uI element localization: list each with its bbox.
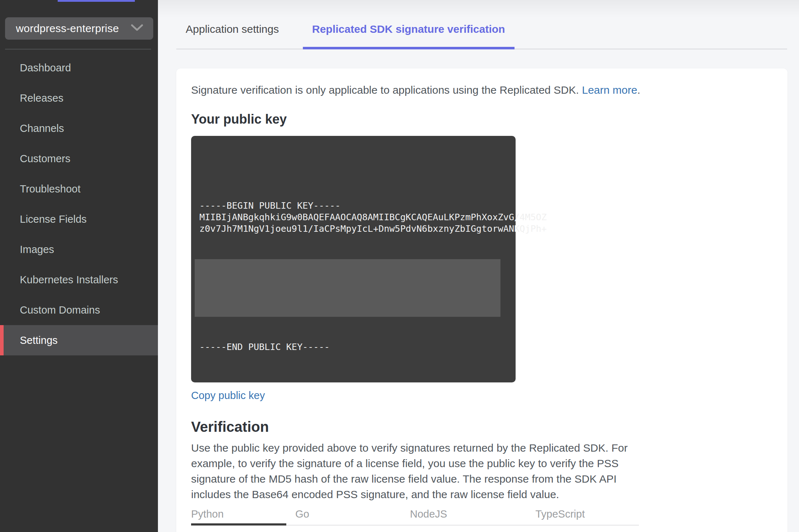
code-language-tab[interactable]: Go [295,508,309,520]
public-key-heading: Your public key [191,111,773,128]
page: wordpress-enterprise Dashboard Releases … [0,0,799,532]
sidebar-nav-item[interactable]: Customers [0,143,158,174]
code-language-tab-label: Go [295,508,309,520]
content-area: Application settings Replicated SDK sign… [158,0,799,532]
sidebar-nav-item[interactable]: Troubleshoot [0,174,158,204]
sidebar-nav-item-label: Custom Domains [20,304,100,316]
public-key-line: MIIBIjANBgkqhkiG9w0BAQEFAAOCAQ8AMIIBCgKC… [199,212,507,223]
sidebar-nav-item-label: Kubernetes Installers [20,274,118,286]
sidebar-nav-item[interactable]: Dashboard [0,53,158,83]
sidebar: wordpress-enterprise Dashboard Releases … [0,0,158,532]
sidebar-nav-item-label: License Fields [20,213,87,225]
code-language-tab[interactable]: Python [191,508,224,520]
sidebar-nav-item[interactable]: Kubernetes Installers [0,265,158,295]
code-language-tab-label: Python [191,508,224,520]
settings-tab[interactable]: Replicated SDK signature verification [303,12,515,49]
code-language-tab-label: TypeScript [535,508,585,520]
sdk-signature-card: Signature verification is only applicabl… [176,68,787,532]
public-key-lines: -----BEGIN PUBLIC KEY-----MIIBIjANBgkqhk… [199,165,507,235]
settings-tab-label: Replicated SDK signature verification [312,23,505,35]
code-language-tab-label: NodeJS [410,508,447,520]
sidebar-nav-item-label: Settings [20,334,58,346]
sidebar-nav-item[interactable]: Settings [0,325,158,355]
public-key-line: z0v7Jh7M1NgV1joeu9l1/IaCPsMpyIcL+Dnw5Pdv… [199,223,507,235]
public-key-block: -----BEGIN PUBLIC KEY-----MIIBIjANBgkqhk… [191,136,516,382]
code-language-tab-bar: Go NodeJS TypeScript Python [191,506,639,526]
learn-more-link[interactable]: Learn more [582,84,637,96]
sidebar-nav-item-label: Images [20,244,54,256]
settings-tab-label: Application settings [186,23,279,35]
copy-public-key-link[interactable]: Copy public key [191,388,265,403]
code-language-active-underline [191,523,286,526]
settings-tab[interactable]: Application settings [176,12,288,49]
sidebar-nav-item-label: Troubleshoot [20,183,80,195]
app-selector-value: wordpress-enterprise [16,22,119,35]
sidebar-divider [5,49,151,50]
sidebar-nav-item[interactable]: License Fields [0,204,158,234]
sidebar-nav-item[interactable]: Custom Domains [0,295,158,325]
sidebar-nav-item[interactable]: Channels [0,113,158,143]
top-accent-bar [58,0,135,2]
verification-paragraph: Use the public key provided above to ver… [191,440,656,502]
code-language-tab[interactable]: NodeJS [410,508,447,520]
sidebar-nav-item-label: Customers [20,153,70,165]
sidebar-nav: Dashboard Releases Channels Customers Tr… [0,53,158,355]
sidebar-nav-item[interactable]: Images [0,234,158,265]
sidebar-nav-item-label: Releases [20,92,63,104]
intro-text: Signature verification is only applicabl… [191,82,773,98]
public-key-redaction-overlay [195,259,500,317]
sidebar-nav-item-label: Dashboard [20,62,71,74]
app-selector-dropdown[interactable]: wordpress-enterprise [5,17,153,40]
public-key-end-line: -----END PUBLIC KEY----- [199,341,507,353]
settings-tab-bar: Application settings Replicated SDK sign… [176,0,787,49]
code-language-tab[interactable]: TypeScript [535,508,585,520]
public-key-line: -----BEGIN PUBLIC KEY----- [199,200,507,212]
verification-heading: Verification [191,418,773,436]
sidebar-nav-item[interactable]: Releases [0,83,158,113]
chevron-down-icon [131,24,143,33]
sidebar-nav-item-label: Channels [20,123,64,134]
